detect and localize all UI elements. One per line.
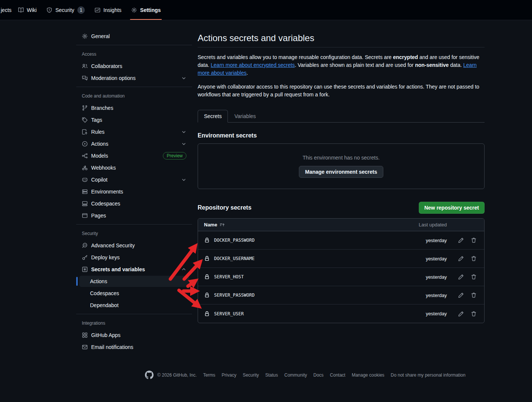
- secret-row-server-password: SERVER_PASSWORD yesterday: [198, 286, 484, 304]
- sidebar-item-email-notifications-label: Email notifications: [91, 344, 133, 350]
- edit-secret-button[interactable]: [457, 254, 466, 263]
- delete-secret-button[interactable]: [469, 254, 478, 263]
- sidebar-item-collaborators[interactable]: Collaborators: [79, 61, 189, 72]
- pencil-icon: [458, 274, 464, 280]
- sidebar-divider: [76, 224, 192, 225]
- chevron-down-icon: [181, 177, 186, 182]
- trash-icon: [471, 292, 477, 298]
- settings-sidebar: General Access Collaborators Moderation …: [76, 30, 192, 353]
- sidebar-section-code-automation: Code and automation: [79, 90, 189, 102]
- edit-secret-button[interactable]: [457, 291, 466, 300]
- secret-name: DOCKER_PASSWORD: [214, 238, 254, 243]
- sidebar-item-branches[interactable]: Branches: [79, 102, 189, 114]
- sidebar-item-advanced-security[interactable]: Advanced Security: [79, 240, 189, 251]
- delete-secret-button[interactable]: [469, 272, 478, 281]
- security-count-badge: 1: [77, 6, 85, 14]
- manage-environment-secrets-button[interactable]: Manage environment secrets: [299, 166, 384, 178]
- copilot-icon: [82, 177, 88, 183]
- edit-secret-button[interactable]: [457, 236, 466, 245]
- people-icon: [82, 63, 88, 69]
- sidebar-subitem-actions-current[interactable]: Actions: [79, 276, 189, 287]
- environment-secrets-heading: Environment secrets: [198, 132, 485, 139]
- footer-link-do-not-share[interactable]: Do not share my personal information: [391, 372, 466, 378]
- secret-name: SERVER_HOST: [214, 274, 244, 279]
- tab-security[interactable]: Security 1: [41, 0, 90, 20]
- sidebar-subitem-codespaces[interactable]: Codespaces: [79, 288, 189, 299]
- column-last-updated: Last updated: [406, 222, 447, 228]
- footer-link-docs[interactable]: Docs: [313, 372, 324, 378]
- footer-link-terms[interactable]: Terms: [203, 372, 216, 378]
- footer-link-manage-cookies[interactable]: Manage cookies: [352, 372, 384, 378]
- sidebar-subitem-actions-label: Actions: [90, 278, 107, 284]
- intro-text: data.: [449, 62, 463, 68]
- sidebar-item-rules[interactable]: Rules: [79, 126, 189, 137]
- secret-row-server-host: SERVER_HOST yesterday: [198, 268, 484, 286]
- sidebar-item-copilot[interactable]: Copilot: [79, 174, 189, 185]
- tab-variables[interactable]: Variables: [228, 110, 262, 123]
- learn-more-encrypted-secrets-link[interactable]: Learn more about encrypted secrets: [211, 62, 295, 68]
- sidebar-item-tags[interactable]: Tags: [79, 114, 189, 126]
- sidebar-item-general[interactable]: General: [79, 31, 189, 42]
- delete-secret-button[interactable]: [469, 309, 478, 318]
- intro-paragraph: Secrets and variables allow you to manag…: [198, 53, 485, 77]
- sidebar-subitem-dependabot[interactable]: Dependabot: [79, 300, 189, 311]
- secret-updated: yesterday: [406, 274, 447, 280]
- footer-copyright: © 2026 GitHub, Inc.: [145, 371, 197, 379]
- shield-icon: [46, 7, 52, 13]
- sidebar-item-email-notifications[interactable]: Email notifications: [79, 341, 189, 353]
- sidebar-item-branches-label: Branches: [91, 105, 113, 111]
- sidebar-item-models[interactable]: Models Preview: [79, 150, 189, 161]
- settings-content: General Access Collaborators Moderation …: [76, 20, 532, 353]
- comment-discussion-icon: [82, 75, 88, 81]
- edit-secret-button[interactable]: [457, 309, 466, 318]
- repository-secrets-heading: Repository secrets: [198, 204, 251, 211]
- footer-link-security[interactable]: Security: [243, 372, 259, 378]
- secret-updated: yesterday: [406, 238, 447, 243]
- footer-copyright-text: © 2026 GitHub, Inc.: [157, 372, 197, 378]
- webhook-icon: [82, 165, 88, 171]
- repository-secrets-table: Name Last updated DOCKER_PASSWORD yester…: [198, 218, 485, 323]
- sidebar-divider: [76, 87, 192, 87]
- sidebar-item-secrets-and-variables[interactable]: Secrets and variables: [79, 264, 189, 275]
- tab-settings-label: Settings: [140, 7, 161, 13]
- play-icon: [82, 141, 88, 147]
- sidebar-item-copilot-label: Copilot: [91, 177, 108, 183]
- edit-secret-button[interactable]: [457, 272, 466, 281]
- browser-icon: [82, 213, 88, 219]
- sidebar-item-moderation-options[interactable]: Moderation options: [79, 72, 189, 84]
- lock-icon: [204, 256, 210, 262]
- page-footer: © 2026 GitHub, Inc. Terms Privacy Securi…: [39, 371, 532, 379]
- tab-secrets[interactable]: Secrets: [198, 110, 228, 123]
- sidebar-subitem-dependabot-label: Dependabot: [90, 302, 118, 308]
- new-repository-secret-button[interactable]: New repository secret: [419, 202, 485, 214]
- delete-secret-button[interactable]: [469, 236, 478, 245]
- sidebar-item-rules-label: Rules: [91, 129, 105, 135]
- sidebar-item-pages[interactable]: Pages: [79, 210, 189, 221]
- sidebar-item-webhooks[interactable]: Webhooks: [79, 162, 189, 173]
- secret-updated: yesterday: [406, 311, 447, 316]
- sidebar-item-environments[interactable]: Environments: [79, 186, 189, 197]
- sidebar-item-actions[interactable]: Actions: [79, 138, 189, 149]
- tab-wiki[interactable]: Wiki: [13, 0, 41, 20]
- secret-updated: yesterday: [406, 256, 447, 262]
- sidebar-item-deploy-keys-label: Deploy keys: [91, 254, 120, 260]
- footer-link-contact[interactable]: Contact: [330, 372, 345, 378]
- intro-bold-non-sensitive: non-sensitive: [415, 62, 449, 68]
- tab-settings[interactable]: Settings: [126, 0, 166, 20]
- footer-link-status[interactable]: Status: [265, 372, 278, 378]
- sidebar-item-deploy-keys[interactable]: Deploy keys: [79, 252, 189, 263]
- delete-secret-button[interactable]: [469, 291, 478, 300]
- column-name-label: Name: [204, 222, 217, 228]
- footer-link-privacy[interactable]: Privacy: [222, 372, 236, 378]
- pencil-icon: [458, 292, 464, 298]
- environment-empty-message: This environment has no secrets.: [303, 155, 380, 161]
- sidebar-item-github-apps[interactable]: GitHub Apps: [79, 330, 189, 341]
- tab-wiki-label: Wiki: [27, 7, 37, 13]
- footer-link-community[interactable]: Community: [284, 372, 307, 378]
- tab-insights[interactable]: Insights: [90, 0, 126, 20]
- sidebar-item-codespaces[interactable]: Codespaces: [79, 198, 189, 209]
- sidebar-item-moderation-label: Moderation options: [91, 75, 136, 81]
- table-header-row: Name Last updated: [198, 219, 484, 231]
- column-name[interactable]: Name: [204, 222, 403, 228]
- tab-projects-partial[interactable]: jects: [0, 0, 13, 20]
